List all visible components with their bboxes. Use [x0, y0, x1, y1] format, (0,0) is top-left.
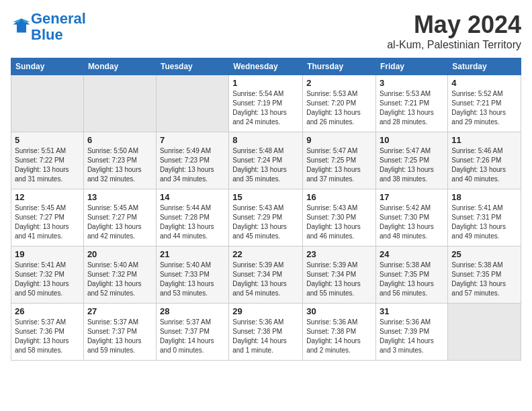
column-header-monday: Monday	[83, 58, 156, 75]
day-number: 5	[15, 135, 80, 145]
day-number: 19	[15, 249, 80, 259]
day-info: Sunrise: 5:36 AM Sunset: 7:39 PM Dayligh…	[380, 318, 444, 355]
calendar-cell: 22Sunrise: 5:39 AM Sunset: 7:34 PM Dayli…	[229, 246, 303, 304]
calendar-cell: 21Sunrise: 5:40 AM Sunset: 7:33 PM Dayli…	[156, 246, 228, 304]
day-info: Sunrise: 5:41 AM Sunset: 7:32 PM Dayligh…	[15, 261, 80, 298]
week-row-3: 12Sunrise: 5:45 AM Sunset: 7:27 PM Dayli…	[11, 189, 521, 246]
calendar-cell: 27Sunrise: 5:37 AM Sunset: 7:37 PM Dayli…	[83, 304, 156, 361]
day-info: Sunrise: 5:37 AM Sunset: 7:36 PM Dayligh…	[15, 318, 80, 355]
day-info: Sunrise: 5:37 AM Sunset: 7:37 PM Dayligh…	[87, 318, 152, 355]
calendar-cell: 29Sunrise: 5:36 AM Sunset: 7:38 PM Dayli…	[229, 304, 303, 361]
day-number: 24	[380, 249, 444, 259]
column-header-tuesday: Tuesday	[156, 58, 228, 75]
calendar-cell: 5Sunrise: 5:51 AM Sunset: 7:22 PM Daylig…	[11, 132, 84, 189]
day-number: 3	[380, 78, 444, 88]
calendar-cell: 14Sunrise: 5:44 AM Sunset: 7:28 PM Dayli…	[156, 189, 228, 246]
day-number: 7	[160, 135, 225, 145]
title-block: May 2024 al-Kum, Palestinian Territory	[387, 11, 521, 51]
day-info: Sunrise: 5:52 AM Sunset: 7:21 PM Dayligh…	[451, 89, 517, 127]
day-number: 17	[380, 192, 444, 202]
calendar-cell	[11, 75, 84, 132]
day-number: 8	[232, 135, 299, 145]
day-info: Sunrise: 5:36 AM Sunset: 7:38 PM Dayligh…	[232, 318, 299, 355]
day-number: 14	[160, 192, 225, 202]
week-row-5: 26Sunrise: 5:37 AM Sunset: 7:36 PM Dayli…	[11, 304, 521, 361]
day-number: 30	[306, 306, 372, 316]
day-number: 25	[451, 249, 517, 259]
day-info: Sunrise: 5:36 AM Sunset: 7:38 PM Dayligh…	[306, 318, 372, 355]
page-title: May 2024	[387, 11, 521, 39]
calendar-cell: 28Sunrise: 5:37 AM Sunset: 7:37 PM Dayli…	[156, 304, 228, 361]
calendar-cell: 6Sunrise: 5:50 AM Sunset: 7:23 PM Daylig…	[83, 132, 156, 189]
day-info: Sunrise: 5:53 AM Sunset: 7:20 PM Dayligh…	[306, 89, 372, 127]
day-info: Sunrise: 5:53 AM Sunset: 7:21 PM Dayligh…	[380, 89, 444, 127]
day-info: Sunrise: 5:38 AM Sunset: 7:35 PM Dayligh…	[451, 261, 517, 298]
column-header-sunday: Sunday	[11, 58, 84, 75]
calendar-cell: 16Sunrise: 5:43 AM Sunset: 7:30 PM Dayli…	[303, 189, 376, 246]
day-info: Sunrise: 5:38 AM Sunset: 7:35 PM Dayligh…	[380, 261, 444, 298]
svg-marker-0	[13, 19, 30, 33]
calendar-cell	[83, 75, 156, 132]
calendar-cell: 24Sunrise: 5:38 AM Sunset: 7:35 PM Dayli…	[376, 246, 448, 304]
calendar-cell	[448, 304, 521, 361]
day-number: 27	[87, 306, 152, 316]
day-info: Sunrise: 5:44 AM Sunset: 7:28 PM Dayligh…	[160, 203, 225, 241]
week-row-1: 1Sunrise: 5:54 AM Sunset: 7:19 PM Daylig…	[11, 75, 521, 132]
page-subtitle: al-Kum, Palestinian Territory	[387, 39, 521, 51]
column-header-wednesday: Wednesday	[229, 58, 303, 75]
calendar-cell: 19Sunrise: 5:41 AM Sunset: 7:32 PM Dayli…	[11, 246, 84, 304]
calendar-cell: 4Sunrise: 5:52 AM Sunset: 7:21 PM Daylig…	[448, 75, 521, 132]
day-info: Sunrise: 5:48 AM Sunset: 7:24 PM Dayligh…	[232, 146, 299, 184]
day-number: 26	[15, 306, 80, 316]
day-number: 6	[87, 135, 152, 145]
day-number: 18	[451, 192, 517, 202]
day-info: Sunrise: 5:51 AM Sunset: 7:22 PM Dayligh…	[15, 146, 80, 184]
day-number: 28	[160, 306, 225, 316]
calendar-cell: 30Sunrise: 5:36 AM Sunset: 7:38 PM Dayli…	[303, 304, 376, 361]
day-info: Sunrise: 5:47 AM Sunset: 7:25 PM Dayligh…	[306, 146, 372, 184]
day-info: Sunrise: 5:54 AM Sunset: 7:19 PM Dayligh…	[232, 89, 299, 127]
day-number: 9	[306, 135, 372, 145]
day-number: 1	[232, 78, 299, 88]
page-header: GeneralBlue May 2024 al-Kum, Palestinian…	[11, 11, 521, 51]
day-info: Sunrise: 5:40 AM Sunset: 7:33 PM Dayligh…	[160, 261, 225, 298]
calendar-cell: 20Sunrise: 5:40 AM Sunset: 7:32 PM Dayli…	[83, 246, 156, 304]
calendar-cell: 31Sunrise: 5:36 AM Sunset: 7:39 PM Dayli…	[376, 304, 448, 361]
logo-icon	[12, 16, 31, 35]
day-info: Sunrise: 5:41 AM Sunset: 7:31 PM Dayligh…	[451, 203, 517, 241]
calendar-cell: 18Sunrise: 5:41 AM Sunset: 7:31 PM Dayli…	[448, 189, 521, 246]
day-number: 16	[306, 192, 372, 202]
day-number: 2	[306, 78, 372, 88]
column-header-friday: Friday	[376, 58, 448, 75]
day-info: Sunrise: 5:47 AM Sunset: 7:25 PM Dayligh…	[380, 146, 444, 184]
calendar-cell: 23Sunrise: 5:39 AM Sunset: 7:34 PM Dayli…	[303, 246, 376, 304]
day-info: Sunrise: 5:39 AM Sunset: 7:34 PM Dayligh…	[306, 261, 372, 298]
calendar-cell: 8Sunrise: 5:48 AM Sunset: 7:24 PM Daylig…	[229, 132, 303, 189]
day-info: Sunrise: 5:37 AM Sunset: 7:37 PM Dayligh…	[160, 318, 225, 355]
calendar-cell: 11Sunrise: 5:46 AM Sunset: 7:26 PM Dayli…	[448, 132, 521, 189]
column-header-saturday: Saturday	[448, 58, 521, 75]
day-info: Sunrise: 5:39 AM Sunset: 7:34 PM Dayligh…	[232, 261, 299, 298]
header-row: SundayMondayTuesdayWednesdayThursdayFrid…	[11, 58, 521, 75]
day-info: Sunrise: 5:45 AM Sunset: 7:27 PM Dayligh…	[87, 203, 152, 241]
calendar-cell: 9Sunrise: 5:47 AM Sunset: 7:25 PM Daylig…	[303, 132, 376, 189]
day-info: Sunrise: 5:46 AM Sunset: 7:26 PM Dayligh…	[451, 146, 517, 184]
calendar-cell	[156, 75, 228, 132]
day-number: 12	[15, 192, 80, 202]
logo: GeneralBlue	[11, 11, 86, 43]
calendar-cell: 15Sunrise: 5:43 AM Sunset: 7:29 PM Dayli…	[229, 189, 303, 246]
day-info: Sunrise: 5:45 AM Sunset: 7:27 PM Dayligh…	[15, 203, 80, 241]
calendar-cell: 1Sunrise: 5:54 AM Sunset: 7:19 PM Daylig…	[229, 75, 303, 132]
calendar-cell: 3Sunrise: 5:53 AM Sunset: 7:21 PM Daylig…	[376, 75, 448, 132]
day-number: 29	[232, 306, 299, 316]
calendar-cell: 25Sunrise: 5:38 AM Sunset: 7:35 PM Dayli…	[448, 246, 521, 304]
calendar-cell: 13Sunrise: 5:45 AM Sunset: 7:27 PM Dayli…	[83, 189, 156, 246]
day-number: 4	[451, 78, 517, 88]
day-number: 10	[380, 135, 444, 145]
day-number: 20	[87, 249, 152, 259]
day-info: Sunrise: 5:43 AM Sunset: 7:29 PM Dayligh…	[232, 203, 299, 241]
day-info: Sunrise: 5:50 AM Sunset: 7:23 PM Dayligh…	[87, 146, 152, 184]
day-number: 21	[160, 249, 225, 259]
day-info: Sunrise: 5:43 AM Sunset: 7:30 PM Dayligh…	[306, 203, 372, 241]
week-row-2: 5Sunrise: 5:51 AM Sunset: 7:22 PM Daylig…	[11, 132, 521, 189]
